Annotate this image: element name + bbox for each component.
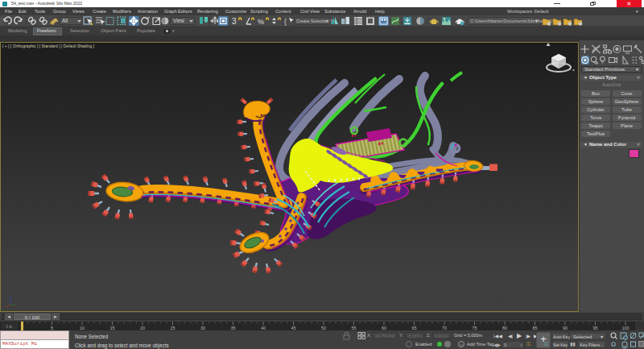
svg-text:All: All bbox=[62, 18, 68, 23]
svg-text:View: View bbox=[173, 18, 184, 23]
svg-text:3: 3 bbox=[232, 17, 237, 26]
svg-text:%: % bbox=[258, 18, 264, 26]
svg-text:Create Selection Se: Create Selection Se bbox=[296, 19, 336, 23]
svg-text:I·s: I·s bbox=[6, 324, 12, 329]
svg-text:{: { bbox=[284, 18, 287, 26]
